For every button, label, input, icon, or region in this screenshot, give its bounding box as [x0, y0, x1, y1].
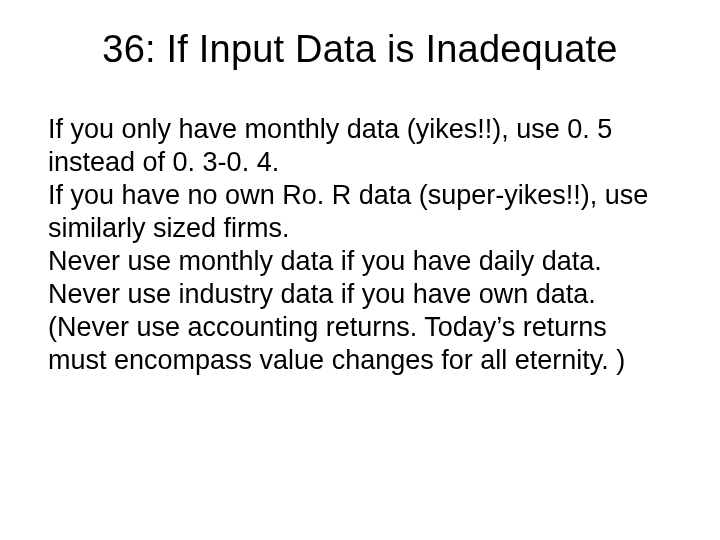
body-paragraph: Never use industry data if you have own … — [48, 278, 672, 311]
body-paragraph: (Never use accounting returns. Today’s r… — [48, 311, 672, 377]
slide-title: 36: If Input Data is Inadequate — [48, 28, 672, 71]
body-paragraph: If you have no own Ro. R data (super-yik… — [48, 179, 672, 245]
slide: 36: If Input Data is Inadequate If you o… — [0, 0, 720, 540]
slide-body: If you only have monthly data (yikes!!),… — [48, 113, 672, 377]
body-paragraph: If you only have monthly data (yikes!!),… — [48, 113, 672, 179]
body-paragraph: Never use monthly data if you have daily… — [48, 245, 672, 278]
